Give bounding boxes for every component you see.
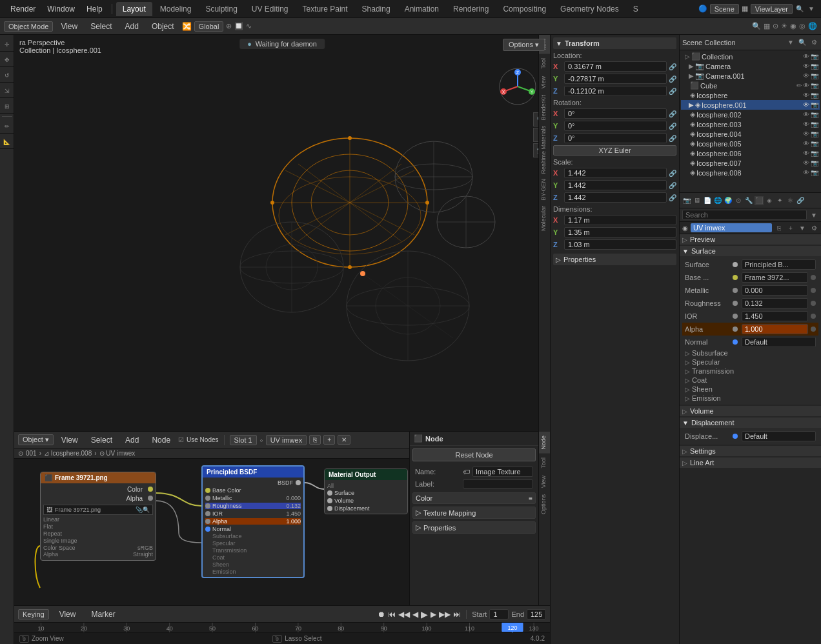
subsurface-expand[interactable]: ▷ Subsurface [682,348,818,357]
node-name-value[interactable]: Image Texture [472,467,533,477]
node-canvas[interactable]: ⬛ Frame 39721.png Color Alpha [14,459,409,605]
surface-in-socket[interactable] [327,490,332,496]
modifier-props-icon[interactable]: 🔧 [744,196,753,205]
world-props-icon[interactable]: 🌍 [724,196,733,205]
dim-z-value[interactable]: 1.03 m [564,239,676,250]
cube-eye[interactable]: 👁 [803,82,809,89]
add-menu[interactable]: Add [120,21,144,32]
ws-scripting[interactable]: S [627,2,645,16]
roughness-socket[interactable] [205,503,210,508]
rotate-tool[interactable]: ↺ [0,68,14,83]
icosphere-item[interactable]: ◈ Icosphere 👁 📷 [681,90,820,100]
close-material-btn[interactable]: ✕ [338,435,350,445]
mat-new-icon[interactable]: + [786,223,795,232]
material-props-icon[interactable]: ⬛ [755,196,764,205]
ico-eye[interactable]: 👁 [803,92,809,99]
window-menu[interactable]: Window [42,3,80,15]
texture-mapping-header[interactable]: ▷ Texture Mapping [413,507,535,518]
cube-item[interactable]: ⬛ Cube ✏ 👁 📷 [681,81,820,90]
measure-tool[interactable]: 📐 [0,135,14,149]
output-props-icon[interactable]: 🖥 [693,196,702,205]
copy-material-btn[interactable]: ⎘ [309,435,321,445]
filter-icon[interactable]: ▼ [807,5,816,14]
emission-expand[interactable]: ▷ Emission [682,394,818,403]
timeline-marker[interactable]: Marker [86,609,120,620]
timeline-next-key[interactable]: ▶▶ [439,610,451,619]
options-button[interactable]: Options ▾ [503,39,545,51]
transform-tool[interactable]: ⊞ [0,99,14,114]
rot-x-value[interactable]: 0° [564,108,667,119]
transform-header[interactable]: ▼ Transform [553,37,676,49]
ws-shading[interactable]: Shading [356,2,397,16]
image-texture-node[interactable]: ⬛ Frame 39721.png Color Alpha [40,472,156,561]
new-material-btn[interactable]: + [323,435,335,445]
constraints-props-icon[interactable]: 🔗 [796,196,805,205]
dim-x-value[interactable]: 1.17 m [564,215,676,225]
line-art-header[interactable]: ▷ Line Art [680,458,821,468]
node-node-menu[interactable]: Node [147,434,176,446]
metallic-value[interactable]: 0.000 [742,285,808,296]
ico003-render[interactable]: 📷 [811,121,818,128]
scene-dropdown[interactable]: Scene [710,4,739,14]
rot-x-lock[interactable]: 🔗 [669,110,676,117]
timeline-view[interactable]: View [54,609,81,620]
timeline-ruler[interactable]: 10 20 30 40 50 60 [14,623,550,632]
icosphere-005-item[interactable]: ◈ Icosphere.005 👁 📷 [681,139,820,148]
view-layer-dropdown[interactable]: ViewLayer [751,4,793,14]
benderkit-tab[interactable]: BenderKit [539,92,550,123]
scale-x-value[interactable]: 1.442 [564,168,667,178]
camera-item[interactable]: ▶ 📷 Camera 👁 📷 [681,61,820,71]
volume-socket[interactable] [327,498,332,503]
mode-dropdown[interactable]: Object Mode [4,21,53,32]
ws-modeling[interactable]: Modeling [154,2,198,16]
realtime-materials-tab[interactable]: Realtime Materials [539,123,550,177]
object-props-icon[interactable]: ⊙ [734,196,743,205]
search-icon[interactable]: 🔍 [795,5,804,14]
loc-y-value[interactable]: -0.27817 m [564,74,667,84]
material-name[interactable]: UV imwex [691,223,772,232]
principled-bsdf-node[interactable]: Principled BSDF BSDF [201,465,305,578]
material-output-node[interactable]: Material Output All Surface V [324,468,408,514]
collection-item[interactable]: ▷ ⬛ Collection 👁 📷 [681,52,820,61]
alpha-value[interactable]: 1.000 [742,324,808,334]
rot-z-lock[interactable]: 🔗 [669,135,676,142]
ico006-render[interactable]: 📷 [811,150,818,157]
select-menu[interactable]: Select [85,21,117,32]
cam-render[interactable]: 📷 [811,63,818,70]
ws-layout[interactable]: Layout [116,2,152,16]
ws-sculpting[interactable]: Sculpting [199,2,243,16]
ico008-render[interactable]: 📷 [811,169,818,176]
color-section-header[interactable]: Color ≡ [413,493,535,503]
view-tab[interactable]: View [539,72,550,92]
collection-cam[interactable]: 📷 [811,53,818,60]
scale-y-value[interactable]: 1.442 [564,180,667,190]
rotation-mode-dropdown[interactable]: XYZ Euler [553,145,676,156]
base-in-socket[interactable] [205,488,210,493]
ws-texture-paint[interactable]: Texture Paint [296,2,354,16]
ior-socket[interactable] [205,511,210,516]
color-socket[interactable] [148,487,153,492]
ico006-eye[interactable]: 👁 [803,150,809,157]
ico004-eye[interactable]: 👁 [803,130,809,137]
ws-uv-editing[interactable]: UV Editing [245,2,295,16]
scene-props-icon[interactable]: 🌐 [713,196,722,205]
icosphere-004-item[interactable]: ◈ Icosphere.004 👁 📷 [681,129,820,139]
ws-rendering[interactable]: Rendering [447,2,495,16]
disp-socket[interactable] [327,506,332,511]
scale-y-lock[interactable]: 🔗 [669,182,676,189]
ws-animation[interactable]: Animation [398,2,445,16]
by-gen-tab[interactable]: BY-GEN [539,176,550,203]
scale-z-lock[interactable]: 🔗 [669,194,676,201]
ico001-render[interactable]: 📷 [811,101,818,108]
node-tool-tab[interactable]: Tool [539,454,550,472]
node-options-tab[interactable]: Options [539,492,550,517]
timeline-next-frame[interactable]: ▶ [431,610,436,619]
surface-header[interactable]: ▼ Surface [680,246,821,256]
timeline-prev-key[interactable]: ◀◀ [398,610,410,619]
tool-tab[interactable]: Tool [539,54,550,73]
specular-expand[interactable]: ▷ Specular [682,357,818,367]
properties-header[interactable]: ▷ Properties [413,522,535,533]
timeline-play[interactable]: ▶ [421,609,428,619]
transform-dropdown[interactable]: Global [194,21,224,32]
rot-z-value[interactable]: 0° [564,133,667,143]
